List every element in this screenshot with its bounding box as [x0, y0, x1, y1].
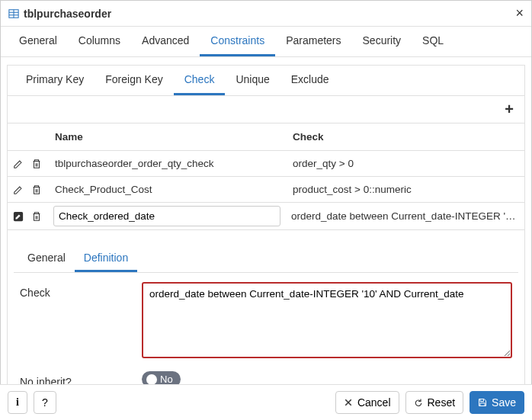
delete-row-button[interactable] — [29, 156, 44, 172]
table-icon — [8, 8, 19, 19]
check-label: Check — [20, 282, 142, 299]
table-row: tblpurchaseorder_order_qty_check order_q… — [8, 151, 524, 177]
table-row: Check_Product_Cost product_cost > 0::num… — [8, 177, 524, 203]
name-input[interactable] — [53, 206, 280, 226]
save-icon — [478, 398, 487, 407]
save-label: Save — [492, 396, 516, 409]
cell-check[interactable]: product_cost > 0::numeric — [287, 179, 524, 200]
tab-sql[interactable]: SQL — [412, 27, 454, 56]
cell-name[interactable]: Check_Product_Cost — [49, 179, 287, 200]
tab-constraints[interactable]: Constraints — [200, 27, 275, 56]
close-icon[interactable]: × — [515, 5, 524, 21]
cell-check[interactable]: order_qty > 0 — [287, 153, 524, 174]
cell-check[interactable]: orderd_date between Current_date-INTEGER… — [285, 206, 524, 226]
delete-row-button[interactable] — [29, 209, 44, 224]
save-button[interactable]: Save — [470, 391, 524, 414]
help-button[interactable]: ? — [34, 391, 56, 414]
edit-row-button[interactable] — [11, 182, 26, 197]
add-row-button[interactable]: + — [500, 99, 518, 120]
cancel-label: Cancel — [357, 396, 391, 409]
table-row: orderd_date between Current_date-INTEGER… — [8, 203, 524, 230]
reset-label: Reset — [428, 396, 456, 409]
subtab-exclude[interactable]: Exclude — [280, 66, 340, 95]
edit-row-button[interactable] — [11, 209, 26, 224]
switch-value: No — [160, 374, 173, 385]
reset-icon — [414, 398, 423, 407]
tab-security[interactable]: Security — [352, 27, 412, 56]
grid-header: Name Check — [8, 123, 524, 151]
help-icon: ? — [42, 396, 48, 409]
detail-tabs: General Definition — [14, 245, 518, 273]
reset-button[interactable]: Reset — [405, 391, 464, 414]
edit-row-button[interactable] — [11, 156, 26, 172]
top-tabs: General Columns Advanced Constraints Par… — [1, 27, 531, 57]
subtab-foreign-key[interactable]: Foreign Key — [95, 66, 173, 95]
tab-advanced[interactable]: Advanced — [131, 27, 200, 56]
subtab-check[interactable]: Check — [174, 66, 226, 95]
close-icon — [344, 398, 353, 407]
subtab-primary-key[interactable]: Primary Key — [15, 66, 95, 95]
dialog-footer: i ? Cancel Reset Save — [0, 384, 532, 420]
cancel-button[interactable]: Cancel — [335, 391, 399, 414]
subtab-unique[interactable]: Unique — [225, 66, 280, 95]
tab-columns[interactable]: Columns — [68, 27, 131, 56]
info-button[interactable]: i — [8, 391, 27, 414]
detail-tab-general[interactable]: General — [18, 245, 75, 272]
col-header-check: Check — [287, 123, 524, 150]
col-header-name: Name — [49, 123, 287, 150]
delete-row-button[interactable] — [29, 182, 44, 197]
constraint-type-tabs: Primary Key Foreign Key Check Unique Exc… — [8, 66, 524, 96]
tab-parameters[interactable]: Parameters — [275, 27, 351, 56]
info-icon: i — [16, 396, 19, 409]
detail-tab-definition[interactable]: Definition — [75, 245, 137, 272]
dialog-header: tblpurchaseorder × — [1, 1, 531, 27]
dialog-title: tblpurchaseorder — [24, 8, 111, 20]
tab-general[interactable]: General — [8, 27, 68, 56]
cell-name[interactable]: tblpurchaseorder_order_qty_check — [49, 153, 287, 174]
check-textarea[interactable] — [142, 282, 512, 358]
